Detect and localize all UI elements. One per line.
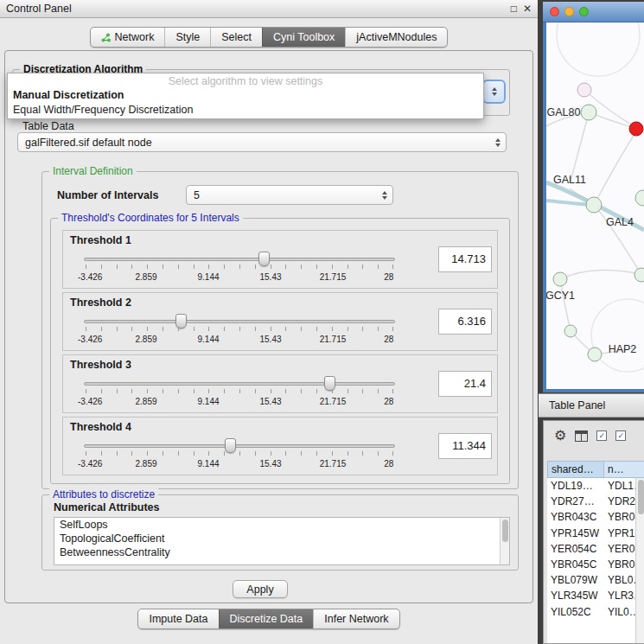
- node-gal80[interactable]: [581, 105, 596, 120]
- network-window-titlebar[interactable]: [543, 2, 644, 22]
- tab-infer-network[interactable]: Infer Network: [313, 609, 399, 628]
- slider-scale: -3.4262.8599.14415.4321.71528: [84, 397, 395, 407]
- threshold-1-slider[interactable]: -3.4262.8599.14415.4321.71528: [84, 250, 395, 283]
- threshold-3-panel: Threshold 3 -3.4262.8599.14415.4321.7152…: [62, 354, 498, 413]
- threshold-2-panel: Threshold 2 -3.4262.8599.14415.4321.7152…: [62, 292, 498, 351]
- node[interactable]: [564, 325, 577, 337]
- node[interactable]: [634, 268, 644, 282]
- tab-jactivemnodules[interactable]: jActiveMNodules: [345, 28, 447, 47]
- network-canvas[interactable]: GAL80 GAL11 GAL4 GCY1 HAP2: [546, 22, 644, 389]
- table-row[interactable]: YIL052CYIL0…: [547, 604, 644, 620]
- node-table: shared… n… YDL19…YDL1… YDR27…YDR2… YBR04…: [547, 461, 644, 643]
- table-data-label: Table Data: [22, 120, 74, 132]
- tab-label: Select: [221, 31, 252, 43]
- threshold-label: Threshold 2: [70, 296, 131, 309]
- num-intervals-label: Number of Intervals: [57, 189, 158, 201]
- node-gcy1[interactable]: [553, 272, 567, 286]
- algorithm-combo-button[interactable]: [482, 80, 506, 104]
- threshold-4-value-field[interactable]: 11.344: [438, 433, 492, 459]
- algorithm-dropdown-popup: Select algorithm to view settings Manual…: [7, 73, 484, 119]
- table-row[interactable]: YER054CYER0…: [547, 541, 644, 557]
- gear-icon[interactable]: ⚙: [554, 429, 566, 443]
- tab-impute-data[interactable]: Impute Data: [138, 609, 218, 628]
- table-row[interactable]: YDL19…YDL1…: [547, 478, 644, 494]
- combo-arrows-icon: [379, 191, 392, 200]
- slider-ticks: [86, 265, 393, 269]
- attributes-list: SelfLoops TopologicalCoefficient Between…: [54, 517, 510, 565]
- network-view-window: GAL80 GAL11 GAL4 GCY1 HAP2: [543, 2, 644, 392]
- group-title: Threshold's Coordinates for 5 Intervals: [58, 212, 243, 225]
- control-panel-window: Control Panel □ ✕ Network Style Select C…: [0, 0, 538, 644]
- table-panel-title: Table Panel: [549, 399, 605, 411]
- combo-arrows-icon: [492, 138, 506, 147]
- table-row[interactable]: YPR145WYPR1…: [547, 526, 644, 541]
- network-icon: [101, 33, 111, 42]
- columns-icon[interactable]: [575, 430, 588, 442]
- table-panel-window: ⚙ ✓ ✓ shared… n… YDL19…YDL1… YDR27…YDR2……: [543, 420, 644, 644]
- tab-discretize-data[interactable]: Discretize Data: [219, 609, 314, 628]
- float-window-icon[interactable]: □: [511, 3, 517, 15]
- list-item[interactable]: BetweennessCentrality: [54, 545, 509, 559]
- threshold-2-slider[interactable]: -3.4262.8599.14415.4321.71528: [84, 312, 395, 345]
- slider-track[interactable]: [84, 444, 395, 448]
- slider-track[interactable]: [84, 258, 395, 261]
- node-selected-red[interactable]: [629, 122, 643, 136]
- list-scrollbar[interactable]: [500, 518, 509, 564]
- close-button[interactable]: [550, 7, 559, 16]
- slider-track[interactable]: [84, 320, 395, 323]
- node-hap2[interactable]: [588, 348, 602, 361]
- tab-label: Network: [115, 31, 155, 43]
- table-data-combo-value: galFiltered.sif default node: [18, 137, 492, 149]
- node-label: HAP2: [609, 343, 637, 355]
- table-row[interactable]: YLR345WYLR3…: [547, 588, 644, 603]
- table-row[interactable]: YBL079WYBL0…: [547, 572, 644, 588]
- node-gal11[interactable]: [586, 197, 602, 213]
- menu-item-equal-width-frequency[interactable]: Equal Width/Frequency Discretization: [8, 103, 483, 118]
- table-scrollbar[interactable]: [635, 478, 644, 643]
- table-row[interactable]: YDR27…YDR2…: [547, 494, 644, 509]
- threshold-2-value-field[interactable]: 6.316: [438, 309, 492, 335]
- menu-item-manual-discretization[interactable]: Manual Discretization: [8, 88, 483, 103]
- threshold-3-slider[interactable]: -3.4262.8599.14415.4321.71528: [84, 374, 395, 407]
- select-all-checkbox-icon[interactable]: ✓: [596, 430, 607, 441]
- dropdown-prompt: Select algorithm to view settings: [8, 73, 483, 88]
- tab-cyni-toolbox[interactable]: Cyni Toolbox: [262, 28, 345, 47]
- tab-select[interactable]: Select: [210, 28, 262, 47]
- slider-scale: -3.4262.8599.14415.4321.71528: [84, 459, 395, 469]
- zoom-button[interactable]: [579, 7, 589, 16]
- threshold-label: Threshold 4: [70, 421, 131, 433]
- table-panel-header: Table Panel: [539, 393, 644, 418]
- node[interactable]: [635, 190, 644, 206]
- control-panel-titlebar[interactable]: Control Panel □ ✕: [0, 0, 538, 18]
- table-data-combo[interactable]: galFiltered.sif default node: [17, 132, 507, 152]
- threshold-4-panel: Threshold 4 -3.4262.8599.14415.4321.7152…: [62, 417, 498, 475]
- node[interactable]: [577, 83, 591, 97]
- threshold-3-value-field[interactable]: 21.4: [438, 371, 492, 397]
- num-intervals-combo[interactable]: 5: [186, 185, 393, 205]
- table-row[interactable]: YBR043CYBR0…: [547, 509, 644, 525]
- threshold-label: Threshold 1: [70, 234, 131, 246]
- threshold-4-slider[interactable]: -3.4262.8599.14415.4321.71528: [84, 437, 395, 469]
- list-item[interactable]: TopologicalCoefficient: [54, 532, 509, 545]
- top-tab-bar: Network Style Select Cyni Toolbox jActiv…: [0, 27, 538, 48]
- close-window-icon[interactable]: ✕: [523, 3, 532, 15]
- slider-scale: -3.4262.8599.14415.4321.71528: [84, 335, 395, 345]
- checkbox-icon[interactable]: ✓: [615, 430, 626, 441]
- tab-style[interactable]: Style: [164, 28, 210, 47]
- slider-track[interactable]: [84, 382, 395, 386]
- threshold-label: Threshold 3: [70, 359, 131, 371]
- threshold-1-value-field[interactable]: 14.713: [438, 246, 492, 272]
- minimize-button[interactable]: [564, 7, 574, 16]
- slider-ticks: [86, 327, 393, 331]
- tab-network[interactable]: Network: [91, 28, 165, 47]
- tab-label: jActiveMNodules: [356, 31, 437, 43]
- tab-label: Discretize Data: [230, 613, 303, 625]
- table-row[interactable]: YBR045CYBR0…: [547, 557, 644, 572]
- numerical-attributes-label: Numerical Attributes: [54, 501, 159, 513]
- tab-label: Style: [175, 31, 200, 43]
- apply-button[interactable]: Apply: [233, 580, 288, 598]
- column-header[interactable]: shared…: [547, 461, 604, 478]
- list-item[interactable]: SelfLoops: [54, 518, 509, 532]
- column-header[interactable]: n…: [604, 461, 644, 478]
- node-label: GCY1: [546, 290, 575, 302]
